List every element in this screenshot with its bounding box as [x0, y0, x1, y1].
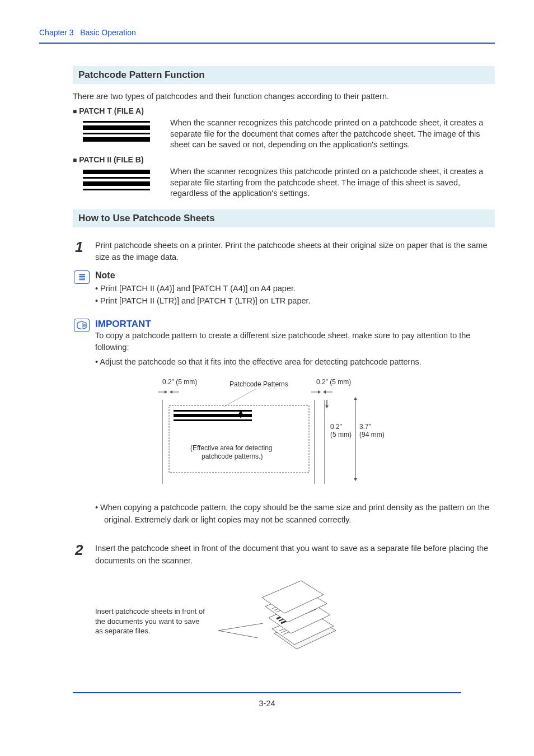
d-gap-v: 0.2": [330, 423, 342, 431]
important-bullet-2: When copying a patchcode pattern, the co…: [95, 502, 495, 526]
section-intro: There are two types of patchcodes and th…: [73, 91, 495, 102]
svg-rect-25: [174, 419, 252, 421]
note-icon: ≣: [74, 270, 90, 284]
chapter-title: Basic Operation: [80, 28, 136, 37]
important-bullet-1: Adjust the patchcode so that it fits int…: [95, 356, 495, 368]
svg-marker-16: [318, 390, 321, 394]
chapter-prefix: Chapter 3: [39, 28, 73, 37]
svg-rect-5: [83, 177, 150, 179]
note-bullet-2: Print [PATCH II (LTR)] and [PATCH T (LTR…: [95, 295, 495, 307]
svg-marker-18: [323, 390, 326, 394]
d-area1: (Effective area for detecting: [190, 444, 273, 452]
step-number-2: 2: [39, 543, 95, 675]
svg-marker-32: [354, 397, 357, 400]
svg-rect-7: [83, 189, 150, 190]
note-bullet-1: Print [PATCH II (A4)] and [PATCH T (A4)]…: [95, 283, 495, 295]
svg-line-34: [224, 389, 256, 407]
patch-t-icon: [83, 118, 150, 146]
d-margin-right: 0.2" (5 mm): [316, 378, 351, 386]
svg-marker-12: [165, 390, 167, 394]
d-height: 3.7": [359, 423, 371, 431]
d-margin-left: 0.2" (5 mm): [162, 378, 197, 386]
document-stack-icon: [218, 577, 341, 665]
d-area2: patchcode patterns.): [202, 452, 263, 460]
important-intro: To copy a patchcode pattern to create a …: [95, 330, 495, 354]
d-height-mm: (94 mm): [359, 431, 385, 438]
step-2-text: Insert the patchcode sheet in front of t…: [95, 543, 489, 567]
svg-rect-4: [83, 170, 150, 174]
d-pattern-label: Patchcode Patterns: [229, 380, 288, 388]
stack-caption: Insert patchcode sheets in front of the …: [95, 606, 207, 636]
svg-marker-33: [354, 478, 357, 481]
footer-rule: [73, 692, 461, 693]
step-1-text: Print patchcode sheets on a printer. Pri…: [95, 240, 495, 264]
important-icon: [74, 319, 90, 332]
patch-ii-icon: [83, 166, 150, 194]
section-how-to-use: How to Use Patchcode Sheets: [73, 209, 495, 227]
step-number-1: 1: [39, 240, 95, 264]
patch-ii-desc: When the scanner recognizes this patchco…: [170, 166, 495, 199]
patchcode-diagram: 0.2" (5 mm) 0.2" (5 mm) Patchcode Patter…: [157, 377, 495, 492]
header-rule: [39, 43, 495, 44]
page-number: 3-24: [39, 699, 495, 708]
patch-t-desc: When the scanner recognizes this patchco…: [170, 118, 495, 151]
chapter-header: Chapter 3 Basic Operation: [39, 28, 495, 37]
important-title: IMPORTANT: [95, 319, 495, 330]
svg-line-49: [218, 623, 263, 631]
svg-rect-1: [83, 125, 150, 130]
patch-t-label: ■PATCH T (FILE A): [73, 106, 495, 115]
svg-rect-6: [83, 181, 150, 186]
note-title: Note: [95, 270, 495, 281]
section-patchcode-pattern: Patchcode Pattern Function: [73, 66, 495, 84]
svg-marker-14: [170, 390, 172, 394]
svg-marker-29: [325, 405, 329, 408]
svg-rect-2: [83, 133, 150, 134]
svg-rect-0: [83, 121, 150, 123]
d-gap-v-mm: (5 mm): [330, 431, 352, 438]
svg-rect-3: [83, 137, 150, 142]
svg-line-50: [218, 631, 257, 638]
patch-ii-label: ■PATCH II (FILE B): [73, 155, 495, 164]
